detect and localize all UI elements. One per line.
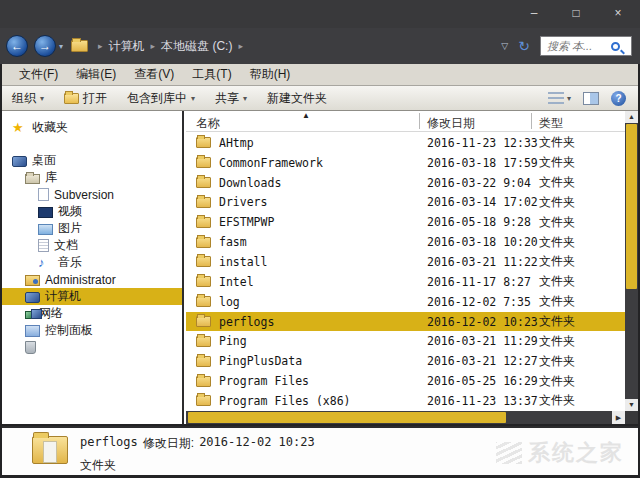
file-date-modified: 2016-03-21 11:22 bbox=[427, 255, 538, 269]
sidebar-item-videos[interactable]: 视频 bbox=[2, 203, 182, 220]
file-list-pane: ▲ 名称 修改日期 类型 AHtmp2016-11-23 12:33文件夹Com… bbox=[186, 111, 638, 424]
breadcrumb-item[interactable]: 本地磁盘 (C:) bbox=[161, 38, 232, 55]
help-icon[interactable]: ? bbox=[611, 91, 626, 106]
file-row[interactable]: Intel2016-11-17 8:27文件夹 bbox=[186, 272, 625, 292]
sidebar-item-music[interactable]: 音乐 bbox=[2, 254, 182, 271]
star-icon bbox=[12, 121, 27, 134]
details-file-type: 文件夹 bbox=[80, 457, 315, 474]
organize-button[interactable]: 组织 ▾ bbox=[2, 86, 54, 110]
address-dropdown-icon[interactable]: ▽ bbox=[501, 41, 508, 51]
file-type: 文件夹 bbox=[539, 273, 575, 290]
file-row[interactable]: AHtmp2016-11-23 12:33文件夹 bbox=[186, 133, 625, 153]
file-name: Downloads bbox=[219, 176, 281, 190]
sidebar-item-label: 控制面板 bbox=[45, 322, 93, 339]
file-row[interactable]: log2016-12-02 7:35文件夹 bbox=[186, 292, 625, 312]
file-row[interactable]: EFSTMPWP2016-05-18 9:28文件夹 bbox=[186, 212, 625, 232]
file-type: 文件夹 bbox=[539, 392, 575, 409]
file-row[interactable]: Drivers2016-03-14 17:02文件夹 bbox=[186, 193, 625, 213]
search-box[interactable] bbox=[540, 36, 632, 56]
scroll-down-icon[interactable]: ▼ bbox=[625, 399, 638, 411]
back-button[interactable]: ← bbox=[6, 35, 28, 57]
change-view-button[interactable]: ▾ bbox=[548, 92, 571, 104]
file-date-modified: 2016-03-18 17:59 bbox=[427, 156, 538, 170]
sidebar-item-label: 库 bbox=[45, 169, 57, 186]
file-row[interactable]: Ping2016-03-21 11:29文件夹 bbox=[186, 331, 625, 351]
file-name: perflogs bbox=[219, 315, 274, 329]
menu-bar: 文件(F)编辑(E)查看(V)工具(T)帮助(H) bbox=[2, 64, 638, 86]
user-icon bbox=[25, 275, 40, 286]
title-bar: – □ × bbox=[0, 0, 640, 28]
sidebar-item-subversion[interactable]: Subversion bbox=[2, 186, 182, 203]
column-divider[interactable] bbox=[531, 113, 532, 129]
sidebar-item-administrator[interactable]: Administrator bbox=[2, 271, 182, 288]
vertical-scroll-thumb[interactable] bbox=[626, 124, 637, 289]
file-date-modified: 2016-11-23 12:33 bbox=[427, 136, 538, 150]
menu-item[interactable]: 帮助(H) bbox=[241, 66, 300, 83]
column-header-date[interactable]: 修改日期 bbox=[427, 115, 475, 132]
sidebar-item-favorites[interactable]: 收藏夹 bbox=[2, 119, 182, 136]
libraries-icon bbox=[25, 174, 40, 184]
horizontal-scrollbar[interactable]: ▶ bbox=[186, 411, 625, 424]
menu-item[interactable]: 查看(V) bbox=[125, 66, 183, 83]
sidebar-item-label: Administrator bbox=[45, 273, 116, 287]
sidebar-item-pictures[interactable]: 图片 bbox=[2, 220, 182, 237]
forward-button[interactable]: → bbox=[34, 35, 56, 57]
address-bar: ← → ▾ ▸计算机▸本地磁盘 (C:)▸ ▽ ↻ bbox=[0, 28, 640, 64]
sidebar-item-libraries[interactable]: 库 bbox=[2, 169, 182, 186]
main-area: 收藏夹桌面库Subversion视频图片文档音乐Administrator计算机… bbox=[2, 111, 638, 424]
sort-arrow-icon[interactable]: ▲ bbox=[302, 111, 310, 120]
breadcrumb-separator-icon: ▸ bbox=[238, 41, 243, 51]
file-row[interactable]: Program Files2016-05-25 16:29文件夹 bbox=[186, 371, 625, 391]
file-date-modified: 2016-03-14 17:02 bbox=[427, 195, 538, 209]
file-row[interactable]: perflogs2016-12-02 10:23文件夹 bbox=[186, 312, 625, 332]
file-row[interactable]: PingPlusData2016-03-21 12:27文件夹 bbox=[186, 351, 625, 371]
folder-icon bbox=[196, 316, 211, 327]
sidebar-item-network[interactable]: 网络 bbox=[2, 305, 182, 322]
open-button[interactable]: 打开 bbox=[54, 86, 117, 110]
sidebar-item-documents[interactable]: 文档 bbox=[2, 237, 182, 254]
file-row[interactable]: Program Files (x86)2016-11-23 13:37文件夹 bbox=[186, 391, 625, 411]
folder-icon bbox=[196, 376, 211, 387]
search-input[interactable] bbox=[541, 40, 609, 52]
nav-history-chevron-icon[interactable]: ▾ bbox=[59, 42, 63, 51]
include-in-library-button[interactable]: 包含到库中 ▾ bbox=[117, 86, 205, 110]
minimize-button[interactable]: – bbox=[526, 6, 542, 20]
share-button[interactable]: 共享 ▾ bbox=[205, 86, 257, 110]
close-button[interactable]: × bbox=[610, 6, 626, 20]
sidebar-item-label: 文档 bbox=[54, 237, 78, 254]
maximize-button[interactable]: □ bbox=[568, 6, 584, 20]
refresh-icon[interactable]: ↻ bbox=[518, 38, 530, 54]
menu-item[interactable]: 编辑(E) bbox=[67, 66, 125, 83]
breadcrumb-item[interactable]: 计算机 bbox=[109, 38, 145, 55]
folder-icon bbox=[196, 177, 211, 188]
menu-item[interactable]: 文件(F) bbox=[10, 66, 67, 83]
horizontal-scroll-thumb[interactable] bbox=[188, 412, 506, 423]
scroll-up-icon[interactable]: ▲ bbox=[625, 111, 638, 123]
file-date-modified: 2016-11-17 8:27 bbox=[427, 275, 531, 289]
column-divider[interactable] bbox=[419, 113, 420, 129]
sidebar-item-computer[interactable]: 计算机 bbox=[2, 288, 182, 305]
open-folder-icon bbox=[64, 93, 79, 104]
new-folder-button[interactable]: 新建文件夹 bbox=[257, 86, 337, 110]
sidebar-item-recycle-bin[interactable] bbox=[2, 339, 182, 356]
sidebar-item-control-panel[interactable]: 控制面板 bbox=[2, 322, 182, 339]
search-icon[interactable] bbox=[611, 42, 620, 51]
file-row[interactable]: fasm2016-03-18 10:20文件夹 bbox=[186, 232, 625, 252]
file-row[interactable]: CommonFramework2016-03-18 17:59文件夹 bbox=[186, 153, 625, 173]
file-date-modified: 2016-12-02 7:35 bbox=[427, 295, 531, 309]
file-type: 文件夹 bbox=[539, 353, 575, 370]
menu-item[interactable]: 工具(T) bbox=[183, 66, 240, 83]
file-name: PingPlusData bbox=[219, 354, 302, 368]
column-header-name[interactable]: 名称 bbox=[196, 115, 220, 132]
folder-icon bbox=[196, 256, 211, 267]
file-name: Intel bbox=[219, 275, 254, 289]
column-header-type[interactable]: 类型 bbox=[539, 115, 563, 132]
vertical-scrollbar[interactable]: ▲ ▼ bbox=[625, 111, 638, 411]
file-row[interactable]: install2016-03-21 11:22文件夹 bbox=[186, 252, 625, 272]
scroll-right-icon[interactable]: ▶ bbox=[612, 411, 625, 424]
chevron-down-icon: ▾ bbox=[40, 94, 44, 103]
sidebar-item-desktop[interactable]: 桌面 bbox=[2, 152, 182, 169]
list-view-icon bbox=[548, 92, 564, 104]
file-row[interactable]: Downloads2016-03-22 9:04文件夹 bbox=[186, 173, 625, 193]
preview-pane-icon[interactable] bbox=[583, 92, 599, 105]
